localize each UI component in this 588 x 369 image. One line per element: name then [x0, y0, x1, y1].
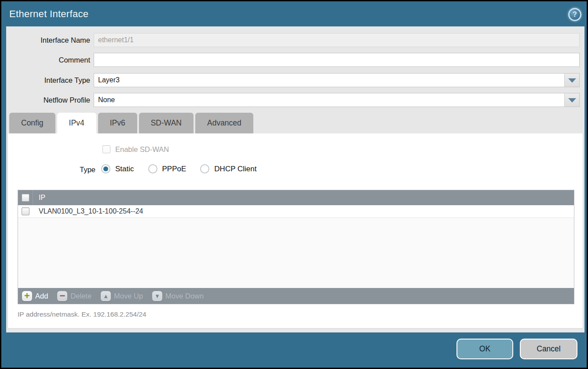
arrow-up-icon: ▲	[101, 291, 111, 301]
interface-name-row: Interface Name	[6, 33, 584, 47]
ipv4-panel: Enable SD-WAN Type Static PPPoE DHCP C	[7, 133, 583, 328]
netflow-profile-value: None	[98, 93, 115, 107]
move-down-button-label: Move Down	[165, 292, 204, 300]
radio-pppoe-control[interactable]	[148, 164, 157, 173]
tab-config[interactable]: Config	[9, 113, 55, 133]
tab-advanced[interactable]: Advanced	[195, 113, 253, 133]
radio-pppoe-label: PPPoE	[162, 165, 186, 173]
add-button-label: Add	[35, 292, 48, 300]
interface-type-dropdown-button[interactable]	[564, 74, 579, 87]
radio-dhcp-client[interactable]: DHCP Client	[200, 164, 256, 173]
cancel-button[interactable]: Cancel	[520, 339, 577, 359]
interface-name-input	[94, 33, 580, 47]
ip-cell[interactable]: VLAN0100_L3_10-1-100-254--24	[33, 207, 143, 215]
comment-label: Comment	[6, 53, 90, 67]
ip-column-header[interactable]: IP	[33, 194, 45, 202]
chevron-down-icon	[568, 78, 576, 83]
move-up-button-label: Move Up	[114, 292, 143, 300]
interface-type-dropdown[interactable]: Layer3	[94, 73, 580, 87]
type-radio-group: Static PPPoE DHCP Client	[101, 164, 270, 173]
table-empty-area	[18, 218, 574, 288]
ip-table-header: IP	[18, 190, 574, 205]
help-icon[interactable]: ?	[568, 8, 581, 21]
tab-ipv4[interactable]: IPv4	[57, 113, 96, 133]
enable-sdwan-checkbox	[102, 145, 110, 153]
delete-button: − Delete	[57, 291, 91, 301]
type-label: Type	[8, 164, 95, 175]
dialog-title: Ethernet Interface	[9, 8, 88, 20]
title-bar: Ethernet Interface ?	[1, 1, 587, 25]
plus-icon: +	[22, 291, 32, 301]
comment-input[interactable]	[94, 53, 580, 67]
table-toolbar: + Add − Delete ▲ Move Up ▼ Move Down	[18, 288, 574, 304]
tab-sdwan[interactable]: SD-WAN	[139, 113, 194, 133]
chevron-down-icon	[568, 98, 576, 103]
radio-pppoe[interactable]: PPPoE	[148, 164, 186, 173]
move-up-button: ▲ Move Up	[101, 291, 143, 301]
netflow-profile-dropdown-button[interactable]	[564, 93, 579, 107]
enable-sdwan-row: Enable SD-WAN	[102, 145, 169, 154]
arrow-down-icon: ▼	[152, 291, 162, 301]
interface-name-label: Interface Name	[6, 33, 90, 47]
ip-table: IP VLAN0100_L3_10-1-100-254--24 + Add −	[18, 190, 574, 304]
tab-strip: Config IPv4 IPv6 SD-WAN Advanced	[9, 113, 253, 133]
comment-row: Comment	[6, 53, 584, 67]
ok-button[interactable]: OK	[457, 339, 513, 359]
add-button[interactable]: + Add	[22, 291, 48, 301]
type-row: Type Static PPPoE DHCP Client	[8, 164, 583, 175]
tab-ipv6[interactable]: IPv6	[98, 113, 137, 133]
radio-static-label: Static	[115, 165, 134, 173]
move-down-button: ▼ Move Down	[152, 291, 204, 301]
radio-dhcp-client-control[interactable]	[200, 164, 209, 173]
row-checkbox[interactable]	[22, 207, 29, 215]
interface-type-label: Interface Type	[6, 73, 90, 87]
dialog-content: Interface Name Comment Interface Type La…	[6, 26, 584, 332]
netflow-profile-dropdown[interactable]: None	[94, 93, 580, 107]
netflow-profile-row: Netflow Profile None	[6, 93, 584, 107]
minus-icon: −	[57, 291, 67, 301]
interface-type-value: Layer3	[98, 74, 120, 87]
ethernet-interface-dialog: Ethernet Interface ? Interface Name Comm…	[0, 0, 588, 369]
enable-sdwan-label: Enable SD-WAN	[115, 145, 169, 154]
table-row[interactable]: VLAN0100_L3_10-1-100-254--24	[18, 205, 574, 218]
radio-dhcp-client-label: DHCP Client	[214, 165, 256, 173]
radio-static-control[interactable]	[101, 164, 110, 173]
radio-static[interactable]: Static	[101, 164, 134, 173]
delete-button-label: Delete	[70, 292, 91, 300]
select-all-checkbox[interactable]	[22, 194, 29, 202]
interface-type-row: Interface Type Layer3	[6, 73, 584, 87]
netflow-profile-label: Netflow Profile	[6, 93, 90, 107]
ip-format-hint: IP address/netmask. Ex. 192.168.2.254/24	[18, 310, 146, 318]
